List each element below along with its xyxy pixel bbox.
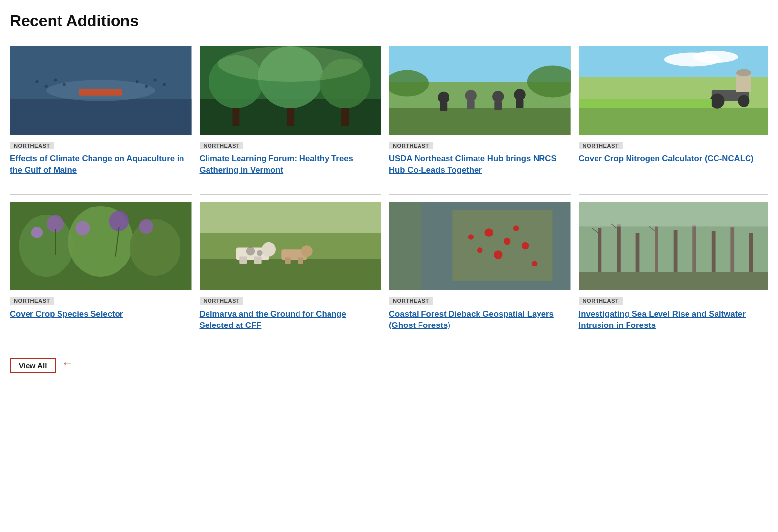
svg-point-30 (514, 89, 525, 100)
svg-rect-35 (579, 108, 769, 135)
svg-point-8 (136, 80, 139, 83)
svg-rect-89 (749, 233, 753, 272)
card-nrcs: NORTHEASTUSDA Northeast Climate Hub brin… (389, 46, 579, 176)
svg-point-38 (692, 51, 738, 63)
svg-rect-1 (10, 99, 192, 135)
svg-point-4 (35, 80, 38, 83)
svg-rect-19 (341, 108, 349, 126)
svg-point-62 (261, 242, 275, 257)
card-sealevel: NORTHEASTInvestigating Sea Level Rise an… (579, 202, 769, 331)
svg-rect-84 (655, 227, 658, 273)
svg-rect-17 (232, 108, 239, 126)
region-badge-calculator: NORTHEAST (579, 142, 623, 149)
svg-point-43 (736, 69, 751, 76)
card-title-calculator[interactable]: Cover Crop Nitrogen Calculator (CC-NCALC… (579, 154, 754, 163)
card-title-trees[interactable]: Climate Learning Forum: Healthy Trees Ga… (200, 154, 353, 175)
svg-point-5 (45, 85, 48, 88)
card-title-sealevel[interactable]: Investigating Sea Level Rise and Saltwat… (579, 309, 746, 330)
svg-rect-25 (440, 102, 447, 111)
svg-point-67 (246, 247, 254, 255)
card-title-delmarva[interactable]: Delmarva and the Ground for Change Selec… (200, 309, 346, 330)
svg-point-28 (492, 91, 504, 102)
svg-point-78 (532, 261, 538, 267)
region-badge-trees: NORTHEAST (200, 142, 244, 149)
svg-point-10 (154, 78, 157, 81)
card-trees: NORTHEASTClimate Learning Forum: Healthy… (200, 46, 389, 176)
sep-r2c4 (579, 194, 769, 195)
svg-point-6 (54, 78, 57, 81)
region-badge-nrcs: NORTHEAST (389, 142, 433, 149)
card-image-coastal[interactable] (389, 202, 571, 290)
svg-rect-86 (692, 225, 696, 272)
card-image-nrcs[interactable] (389, 46, 571, 135)
sep-r1c2 (200, 39, 382, 39)
card-image-covercrop[interactable] (10, 202, 192, 290)
svg-point-9 (145, 85, 148, 88)
sep-r2c2 (200, 194, 382, 195)
region-badge-sealevel: NORTHEAST (579, 297, 623, 305)
svg-rect-85 (673, 230, 677, 272)
svg-rect-82 (617, 224, 621, 272)
svg-point-52 (139, 219, 153, 234)
sep-r1c1 (10, 39, 192, 39)
svg-point-74 (477, 248, 483, 254)
svg-rect-58 (200, 202, 382, 233)
card-title-covercrop[interactable]: Cover Crop Species Selector (10, 309, 123, 319)
svg-point-72 (485, 229, 493, 237)
region-badge-delmarva: NORTHEAST (200, 297, 244, 305)
region-badge-coastal: NORTHEAST (389, 297, 433, 305)
svg-rect-31 (516, 99, 524, 108)
sep-r1c4 (579, 39, 769, 39)
card-title-aquaculture[interactable]: Effects of Climate Change on Aquaculture… (10, 154, 184, 175)
svg-point-68 (257, 250, 263, 256)
region-badge-covercrop: NORTHEAST (10, 297, 54, 305)
card-covercrop: NORTHEASTCover Crop Species Selector (10, 202, 200, 331)
page-title: Recent Additions (10, 12, 768, 30)
svg-rect-94 (579, 272, 769, 290)
svg-point-48 (130, 219, 180, 276)
svg-point-20 (217, 46, 363, 82)
svg-rect-27 (467, 100, 475, 109)
view-all-button[interactable]: View All (10, 358, 56, 373)
card-coastal: NORTHEASTCoastal Forest Dieback Geospati… (389, 202, 579, 331)
svg-point-11 (163, 83, 166, 86)
svg-rect-87 (711, 231, 715, 273)
card-image-sealevel[interactable] (579, 202, 769, 290)
card-delmarva: NORTHEASTDelmarva and the Ground for Cha… (200, 202, 389, 331)
card-image-trees[interactable] (200, 46, 382, 135)
svg-rect-65 (298, 258, 303, 264)
svg-point-53 (31, 227, 43, 238)
svg-point-41 (738, 95, 749, 107)
svg-point-75 (513, 226, 519, 232)
svg-point-40 (710, 94, 724, 109)
svg-rect-64 (285, 258, 290, 264)
sep-r2c3 (389, 194, 571, 195)
svg-point-77 (522, 242, 529, 250)
svg-point-76 (494, 251, 502, 259)
svg-rect-71 (389, 202, 422, 290)
sep-r1c3 (389, 39, 571, 39)
svg-point-50 (75, 221, 90, 236)
svg-rect-60 (239, 257, 247, 264)
svg-rect-3 (79, 89, 122, 95)
svg-rect-81 (598, 228, 601, 272)
svg-point-66 (301, 246, 312, 257)
svg-rect-57 (200, 259, 382, 290)
svg-rect-29 (494, 101, 502, 110)
svg-rect-88 (730, 228, 734, 273)
card-image-delmarva[interactable] (200, 202, 382, 290)
svg-rect-18 (287, 108, 294, 126)
svg-point-46 (19, 215, 73, 277)
svg-point-7 (63, 83, 66, 86)
svg-rect-90 (579, 202, 769, 226)
svg-rect-22 (389, 108, 571, 135)
card-title-coastal[interactable]: Coastal Forest Dieback Geospatial Layers… (389, 309, 554, 330)
card-aquaculture: NORTHEASTEffects of Climate Change on Aq… (10, 46, 200, 176)
svg-point-79 (468, 235, 474, 240)
card-image-calculator[interactable] (579, 46, 769, 135)
card-image-aquaculture[interactable] (10, 46, 192, 135)
card-calculator: NORTHEASTCover Crop Nitrogen Calculator … (579, 46, 769, 176)
svg-point-26 (465, 90, 477, 101)
card-title-nrcs[interactable]: USDA Northeast Climate Hub brings NRCS H… (389, 154, 557, 175)
sep-r2c1 (10, 194, 192, 195)
